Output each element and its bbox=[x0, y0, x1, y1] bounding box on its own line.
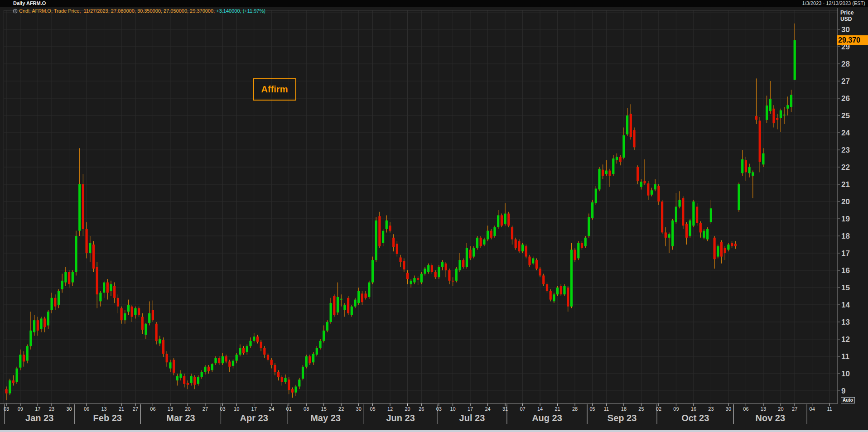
candle-body bbox=[5, 389, 7, 394]
chart-annotation[interactable]: Affirm bbox=[253, 78, 296, 101]
candle-body bbox=[371, 260, 374, 282]
series-legend[interactable]: Cndl, AFRM.O, Trade Price, 11/27/2023, 2… bbox=[13, 8, 265, 14]
candle-body bbox=[33, 320, 35, 332]
candle-body bbox=[462, 260, 464, 267]
svg-text:16: 16 bbox=[691, 406, 696, 412]
candles[interactable] bbox=[5, 24, 796, 400]
svg-text:30: 30 bbox=[726, 406, 731, 412]
candle-body bbox=[780, 110, 782, 118]
svg-text:Sep 23: Sep 23 bbox=[608, 413, 637, 423]
candle-body bbox=[214, 358, 217, 363]
svg-text:28: 28 bbox=[572, 406, 578, 412]
svg-text:23: 23 bbox=[841, 146, 850, 154]
candle-body bbox=[682, 198, 684, 226]
svg-text:10: 10 bbox=[450, 406, 455, 412]
candle-body bbox=[309, 356, 311, 363]
svg-text:26: 26 bbox=[419, 406, 424, 412]
candle-body bbox=[493, 227, 496, 236]
candle-body bbox=[745, 160, 747, 173]
candle-body bbox=[47, 312, 49, 325]
svg-text:21: 21 bbox=[555, 406, 560, 412]
candle-body bbox=[431, 265, 433, 272]
svg-text:06: 06 bbox=[150, 406, 155, 412]
candle-body bbox=[78, 184, 81, 231]
svg-text:24: 24 bbox=[841, 129, 850, 137]
candle-body bbox=[106, 283, 109, 293]
candle-body bbox=[312, 354, 314, 362]
candle-body bbox=[452, 281, 454, 282]
svg-text:12: 12 bbox=[387, 406, 393, 412]
candle-body bbox=[141, 317, 144, 330]
candle-body bbox=[550, 291, 552, 300]
candle-body bbox=[187, 383, 189, 385]
candle-body bbox=[351, 307, 353, 315]
candle-body bbox=[386, 221, 388, 229]
candle-body bbox=[570, 250, 573, 306]
svg-text:12: 12 bbox=[841, 335, 850, 344]
svg-text:27: 27 bbox=[841, 77, 850, 86]
candlestick-plot[interactable]: 9101112131415161718192021222324252627282… bbox=[0, 0, 868, 432]
svg-text:Jul 23: Jul 23 bbox=[459, 413, 485, 423]
candle-body bbox=[466, 248, 468, 267]
candle-body bbox=[58, 291, 60, 305]
svg-text:20: 20 bbox=[185, 406, 190, 412]
candle-body bbox=[270, 360, 273, 365]
svg-text:22: 22 bbox=[338, 406, 344, 412]
candle-body bbox=[72, 272, 74, 283]
candle-body bbox=[92, 245, 95, 269]
svg-text:Aug 23: Aug 23 bbox=[532, 413, 562, 423]
candle-body bbox=[692, 202, 694, 226]
candle-body bbox=[228, 361, 231, 366]
svg-text:15: 15 bbox=[321, 406, 327, 412]
candle-body bbox=[274, 365, 276, 372]
candle-body bbox=[633, 130, 635, 147]
candle-body bbox=[403, 261, 405, 269]
svg-text:04: 04 bbox=[810, 406, 815, 412]
candle-body bbox=[277, 372, 280, 377]
candle-body bbox=[64, 272, 67, 283]
candle-body bbox=[267, 355, 269, 360]
svg-text:22: 22 bbox=[841, 163, 850, 172]
candle-body bbox=[501, 215, 503, 226]
candle-body bbox=[507, 214, 510, 226]
svg-text:17: 17 bbox=[468, 406, 473, 412]
candle-body bbox=[755, 116, 757, 120]
candle-body bbox=[546, 284, 548, 291]
candle-body bbox=[521, 245, 524, 251]
candle-body bbox=[183, 376, 185, 384]
svg-text:27: 27 bbox=[203, 406, 208, 412]
svg-text:05: 05 bbox=[370, 406, 375, 412]
candle-body bbox=[734, 244, 737, 246]
candle-body bbox=[605, 171, 608, 174]
candle-body bbox=[16, 369, 18, 382]
candle-body bbox=[396, 244, 398, 254]
svg-text:Jun 23: Jun 23 bbox=[386, 413, 415, 423]
candle-body bbox=[145, 324, 147, 335]
candle-body bbox=[193, 377, 196, 385]
svg-text:20: 20 bbox=[778, 406, 783, 412]
svg-text:23: 23 bbox=[708, 406, 714, 412]
svg-text:07: 07 bbox=[520, 406, 525, 412]
candle-body bbox=[121, 308, 123, 321]
candle-body bbox=[190, 376, 193, 383]
candle-body bbox=[438, 267, 440, 277]
candle-body bbox=[319, 341, 321, 348]
candle-body bbox=[127, 305, 130, 312]
candle-body bbox=[12, 380, 14, 383]
auto-scale-button[interactable]: Auto bbox=[841, 397, 855, 403]
candle-body bbox=[138, 308, 140, 315]
candle-body bbox=[717, 246, 719, 257]
svg-text:30: 30 bbox=[841, 25, 850, 34]
svg-text:25: 25 bbox=[638, 406, 644, 412]
svg-text:13: 13 bbox=[168, 406, 173, 412]
candle-body bbox=[630, 114, 632, 137]
candle-body bbox=[43, 318, 46, 327]
svg-text:09: 09 bbox=[18, 406, 23, 412]
candle-body bbox=[654, 184, 656, 189]
candle-body bbox=[19, 355, 21, 368]
svg-text:Nov 23: Nov 23 bbox=[756, 413, 786, 423]
candle-body bbox=[155, 324, 158, 341]
candle-body bbox=[99, 293, 101, 301]
svg-text:21: 21 bbox=[119, 406, 124, 412]
candle-body bbox=[762, 154, 764, 165]
